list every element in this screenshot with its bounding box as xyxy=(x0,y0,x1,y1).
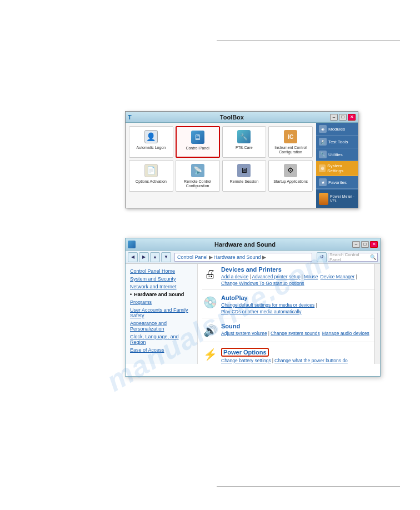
automatic-logon-label: Automatic Logon xyxy=(137,146,166,150)
nav-path-sep1: ▶ xyxy=(209,254,213,260)
control-panel-icon: 🖥 xyxy=(190,129,206,145)
utilities-icon: 🔧 xyxy=(319,151,327,158)
sidebar-item-utilities[interactable]: 🔧 Utilities xyxy=(316,148,358,161)
nav-appearance[interactable]: Appearance and Personalization xyxy=(130,319,193,333)
favorites-icon: ★ xyxy=(319,178,327,186)
power-options-title[interactable]: Power Options xyxy=(221,348,269,357)
devices-printers-title[interactable]: Devices and Printers xyxy=(221,266,376,273)
toolbox-item-remote-session[interactable]: 🖥 Remote Session xyxy=(222,160,267,192)
ftb-care-label: FTB-Care xyxy=(236,146,253,150)
sound-title[interactable]: Sound xyxy=(221,323,376,329)
maximize-button[interactable]: □ xyxy=(339,114,347,121)
power-buttons-link[interactable]: Change what the power buttons do xyxy=(274,358,348,363)
sidebar-power-label: Power Meter - VFL xyxy=(330,194,355,204)
nav-system-security[interactable]: System and Security xyxy=(130,275,193,283)
nav-clock-language[interactable]: Clock, Language, and Region xyxy=(130,333,193,346)
system-settings-icon: ⚙ xyxy=(319,164,326,172)
toolbox-item-automatic-logon[interactable]: 👤 Automatic Logon xyxy=(129,126,173,158)
minimize-button[interactable]: – xyxy=(330,114,338,121)
toolbox-body: 👤 Automatic Logon 🖥 Control Panel 🔧 FTB-… xyxy=(126,123,358,208)
hw-minimize-button[interactable]: – xyxy=(352,241,360,248)
hw-maximize-button[interactable]: □ xyxy=(361,241,369,248)
search-bar: Search Control Panel 🔍 xyxy=(328,253,378,262)
devices-printers-icon: 🖨 xyxy=(202,266,218,282)
close-button[interactable]: ✕ xyxy=(348,114,356,121)
windows-to-go-link[interactable]: Change Windows To Go startup options xyxy=(221,281,304,286)
toolbox-titlebar: T ToolBox – □ ✕ xyxy=(126,112,358,123)
hw-navbar: ◀ ▶ ▲ ▼ Control Panel ▶ Hardware and Sou… xyxy=(126,251,380,264)
mouse-link[interactable]: Mouse xyxy=(304,274,318,279)
default-media-link[interactable]: Change default settings for media or dev… xyxy=(221,302,314,308)
test-tools-icon: 🔬 xyxy=(319,138,327,146)
sidebar-item-modules[interactable]: ◈ Modules xyxy=(316,123,358,136)
toolbox-item-instrument-control[interactable]: IC Instrument Control Configuration xyxy=(268,126,313,158)
back-button[interactable]: ◀ xyxy=(128,252,138,262)
advanced-printer-link[interactable]: Advanced printer setup xyxy=(252,274,300,279)
refresh-button[interactable]: ↺ xyxy=(317,252,327,262)
section-devices-printers: 🖨 Devices and Printers Add a device | Ad… xyxy=(202,266,376,290)
nav-path: Control Panel ▶ Hardware and Sound ▶ xyxy=(174,253,312,262)
autoplay-icon: 💿 xyxy=(202,294,218,310)
nav-path-hardware-sound[interactable]: Hardware and Sound xyxy=(214,254,261,260)
nav-ease-of-access[interactable]: Ease of Access xyxy=(130,346,193,354)
sidebar-system-settings-label: System Settings xyxy=(327,163,355,173)
toolbox-item-ftb-care[interactable]: 🔧 FTB-Care xyxy=(222,126,267,158)
section-sound: 🔊 Sound Adjust system volume | Change sy… xyxy=(202,323,376,342)
sidebar-utilities-label: Utilities xyxy=(328,152,343,157)
search-placeholder-text: Search Control Panel xyxy=(329,252,369,262)
toolbox-item-remote-control[interactable]: 📡 Remote Control Configuration xyxy=(176,160,220,192)
up-button[interactable]: ▲ xyxy=(150,252,160,262)
instrument-control-icon: IC xyxy=(283,129,298,144)
startup-applications-icon: ⚙ xyxy=(283,163,298,178)
hw-window-controls: – □ ✕ xyxy=(352,241,378,248)
sidebar-test-tools-label: Test Tools xyxy=(328,139,348,144)
nav-path-control-panel[interactable]: Control Panel xyxy=(177,254,208,260)
sidebar-power[interactable]: Power Meter - VFL xyxy=(316,190,358,208)
power-options-links: Change battery settings | Change what th… xyxy=(221,358,376,364)
remote-session-label: Remote Session xyxy=(230,179,258,184)
recent-button[interactable]: ▼ xyxy=(161,252,171,262)
manage-audio-link[interactable]: Manage audio devices xyxy=(322,331,369,336)
top-divider xyxy=(217,40,400,41)
ftb-care-icon: 🔧 xyxy=(236,129,252,144)
nav-user-accounts[interactable]: User Accounts and Family Safety xyxy=(130,306,193,319)
hardware-sound-window: Hardware and Sound – □ ✕ ◀ ▶ ▲ ▼ Control… xyxy=(125,238,381,377)
hw-left-nav: Control Panel Home System and Security N… xyxy=(126,264,198,364)
nav-programs[interactable]: Programs xyxy=(130,298,193,306)
toolbox-item-control-panel[interactable]: 🖥 Control Panel xyxy=(176,126,220,158)
autoplay-links: Change default settings for media or dev… xyxy=(221,302,376,314)
sidebar-modules-label: Modules xyxy=(328,127,345,132)
power-options-content: Power Options Change battery settings | … xyxy=(221,347,376,364)
sidebar-item-favorites[interactable]: ★ Favorites xyxy=(316,176,358,189)
toolbox-title: ToolBox xyxy=(134,114,330,121)
sidebar-item-system-settings[interactable]: ⚙ System Settings xyxy=(316,161,358,176)
toolbox-window: T ToolBox – □ ✕ 👤 Automatic Logon 🖥 xyxy=(125,111,358,208)
add-device-link[interactable]: Add a device xyxy=(221,274,248,279)
toolbox-item-options-activation[interactable]: 📄 Options Activation xyxy=(129,160,173,192)
hw-content: Control Panel Home System and Security N… xyxy=(126,264,380,364)
change-battery-link[interactable]: Change battery settings xyxy=(221,358,271,363)
hw-close-button[interactable]: ✕ xyxy=(370,241,378,248)
control-panel-label: Control Panel xyxy=(186,146,209,151)
adjust-volume-link[interactable]: Adjust system volume xyxy=(221,331,267,336)
bottom-divider xyxy=(217,486,400,487)
toolbox-item-startup-applications[interactable]: ⚙ Startup Applications xyxy=(268,160,313,192)
section-autoplay: 💿 AutoPlay Change default settings for m… xyxy=(202,294,376,318)
autoplay-title[interactable]: AutoPlay xyxy=(221,294,376,301)
change-sounds-link[interactable]: Change system sounds xyxy=(271,331,320,336)
nav-network-internet[interactable]: Network and Internet xyxy=(130,283,193,291)
toolbox-controls: – □ ✕ xyxy=(330,114,356,121)
options-activation-icon: 📄 xyxy=(143,163,159,178)
scrollbar[interactable] xyxy=(374,264,380,364)
nav-control-panel-home[interactable]: Control Panel Home xyxy=(130,267,193,275)
sidebar-item-test-tools[interactable]: 🔬 Test Tools xyxy=(316,136,358,148)
search-icon[interactable]: 🔍 xyxy=(369,254,376,261)
automatic-logon-icon: 👤 xyxy=(143,129,159,144)
remote-control-label: Remote Control Configuration xyxy=(177,179,218,189)
remote-session-icon: 🖥 xyxy=(236,163,252,178)
play-cds-link[interactable]: Play CDs or other media automatically xyxy=(221,309,302,314)
device-manager-link[interactable]: Device Manager xyxy=(321,274,355,279)
forward-button[interactable]: ▶ xyxy=(139,252,149,262)
nav-hardware-sound[interactable]: Hardware and Sound xyxy=(130,291,193,298)
power-options-icon: ⚡ xyxy=(202,347,218,362)
